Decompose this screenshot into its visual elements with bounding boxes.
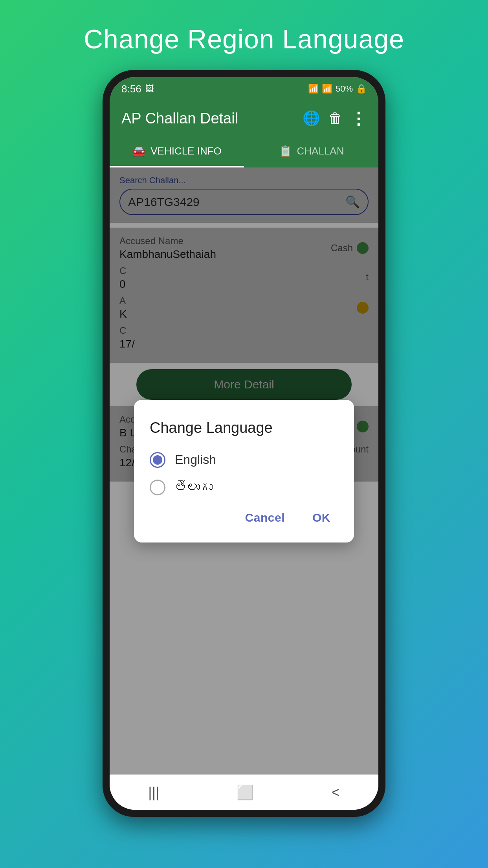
ok-button[interactable]: OK xyxy=(305,507,338,528)
wifi-icon: 📶 xyxy=(308,84,319,94)
back-nav-icon[interactable]: < xyxy=(332,784,340,801)
toolbar-title: AP Challan Detail xyxy=(121,110,238,127)
dialog-actions: Cancel OK xyxy=(150,507,338,528)
radio-english-inner xyxy=(153,455,162,465)
dialog-title: Change Language xyxy=(150,419,338,436)
tab-challan-label: CHALLAN xyxy=(297,145,344,157)
telugu-label: తెలుగు xyxy=(175,480,213,495)
nav-bar: ||| ⬜ < xyxy=(110,774,378,810)
tab-vehicle-info[interactable]: 🚘 VEHICLE INFO xyxy=(110,136,244,167)
dialog-overlay: Change Language English తెలుగు xyxy=(110,167,378,774)
page-background-title: Change Region Language xyxy=(84,24,404,54)
battery-text: 50% xyxy=(336,84,353,94)
change-language-dialog: Change Language English తెలుగు xyxy=(134,400,354,542)
status-time-text: 8:56 xyxy=(121,83,141,95)
challan-icon: 📋 xyxy=(279,145,292,158)
delete-icon[interactable]: 🗑 xyxy=(328,110,342,127)
language-option-telugu[interactable]: తెలుగు xyxy=(150,480,338,495)
home-nav-icon[interactable]: ⬜ xyxy=(237,784,254,801)
phone-shell: 8:56 🖼 📶 📶 50% 🔒 AP Challan Detail 🌐 🗑 ⋮… xyxy=(103,70,385,817)
more-options-icon[interactable]: ⋮ xyxy=(350,109,367,128)
status-bar: 8:56 🖼 📶 📶 50% 🔒 xyxy=(110,77,378,101)
language-option-english[interactable]: English xyxy=(150,452,338,468)
menu-nav-icon[interactable]: ||| xyxy=(148,784,159,801)
vehicle-icon: 🚘 xyxy=(132,145,146,158)
english-label: English xyxy=(175,452,216,467)
tab-challan[interactable]: 📋 CHALLAN xyxy=(244,136,378,167)
battery-icon: 🔒 xyxy=(356,84,367,94)
radio-telugu[interactable] xyxy=(150,480,165,495)
radio-english[interactable] xyxy=(150,452,165,468)
app-toolbar: AP Challan Detail 🌐 🗑 ⋮ xyxy=(110,101,378,136)
cancel-button[interactable]: Cancel xyxy=(237,507,293,528)
signal-icon: 📶 xyxy=(322,84,332,94)
tab-vehicle-info-label: VEHICLE INFO xyxy=(150,145,222,157)
translate-icon[interactable]: 🌐 xyxy=(303,110,320,127)
tab-bar: 🚘 VEHICLE INFO 📋 CHALLAN xyxy=(110,136,378,167)
photo-icon: 🖼 xyxy=(145,84,154,94)
